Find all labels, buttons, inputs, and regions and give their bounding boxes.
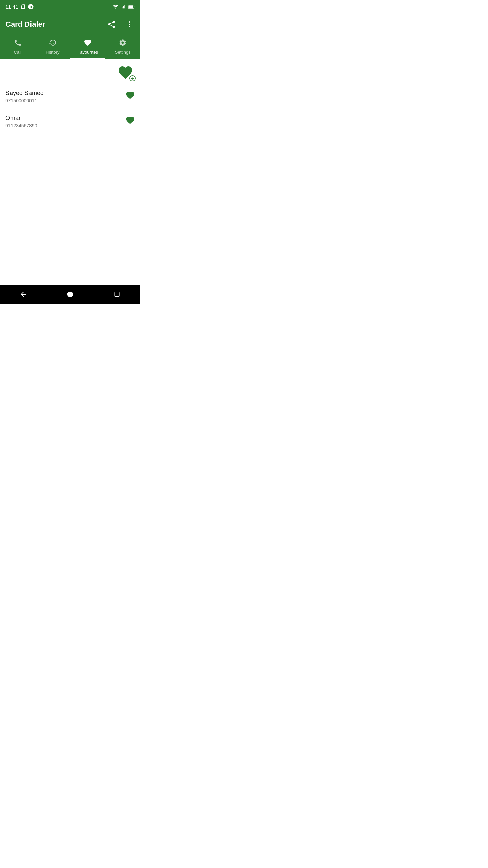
add-favourite-area: +	[0, 59, 140, 84]
app-title: Card Dialer	[5, 20, 45, 29]
contact-item[interactable]: Sayed Samed 971500000011	[0, 84, 140, 109]
svg-point-2	[129, 21, 130, 23]
tab-favourites[interactable]: Favourites	[70, 35, 105, 59]
sd-card-icon	[20, 4, 26, 9]
call-icon	[14, 39, 22, 48]
heart-filled-icon-2	[125, 116, 135, 125]
contact-number: 971500000011	[5, 98, 44, 103]
signal-icon	[121, 4, 126, 9]
contact-item[interactable]: Omar 911234567890	[0, 109, 140, 134]
tab-history[interactable]: History	[35, 35, 70, 59]
history-icon	[48, 39, 57, 48]
contact-info: Sayed Samed 971500000011	[5, 90, 44, 103]
svg-rect-1	[128, 5, 133, 8]
tab-bar: Call History Favourites Settings	[0, 35, 140, 59]
battery-icon	[128, 4, 135, 9]
tab-call-label: Call	[14, 50, 21, 55]
add-favourite-button[interactable]: +	[117, 64, 135, 81]
settings-icon	[119, 39, 127, 48]
unfavourite-button-2[interactable]	[125, 116, 135, 127]
contact-number: 911234567890	[5, 123, 37, 129]
back-button[interactable]	[0, 288, 47, 301]
favourites-list: Sayed Samed 971500000011 Omar 9112345678…	[0, 84, 140, 134]
more-vertical-icon	[125, 20, 134, 28]
svg-point-4	[129, 26, 130, 27]
bottom-navigation	[0, 285, 140, 304]
share-icon	[107, 20, 116, 29]
favourites-content: + Sayed Samed 971500000011 Omar 91123456…	[0, 59, 140, 285]
plus-badge: +	[129, 75, 136, 81]
tab-settings-label: Settings	[115, 50, 131, 55]
contact-name: Omar	[5, 115, 37, 122]
heart-filled-icon-1	[125, 91, 135, 100]
tab-settings[interactable]: Settings	[105, 35, 141, 59]
recents-square-icon	[114, 291, 120, 297]
svg-rect-6	[115, 292, 119, 297]
tab-favourites-label: Favourites	[77, 50, 98, 55]
back-arrow-icon	[19, 290, 27, 298]
status-time: 11:41	[5, 4, 18, 10]
tab-history-label: History	[46, 50, 59, 55]
home-button[interactable]	[47, 288, 94, 301]
app-bar-actions	[106, 19, 135, 30]
favourites-icon	[84, 39, 92, 48]
contact-info: Omar 911234567890	[5, 115, 37, 129]
unfavourite-button-1[interactable]	[125, 91, 135, 102]
app-bar: Card Dialer	[0, 14, 140, 35]
svg-point-5	[67, 292, 73, 297]
share-button[interactable]	[106, 19, 117, 30]
recents-button[interactable]	[94, 288, 140, 301]
home-circle-icon	[67, 291, 74, 298]
more-options-button[interactable]	[124, 19, 135, 30]
status-bar: 11:41	[0, 0, 140, 14]
block-icon	[28, 4, 34, 10]
status-icons	[113, 4, 135, 10]
wifi-icon	[113, 4, 119, 10]
tab-call[interactable]: Call	[0, 35, 35, 59]
contact-name: Sayed Samed	[5, 90, 44, 97]
svg-point-3	[129, 24, 130, 25]
